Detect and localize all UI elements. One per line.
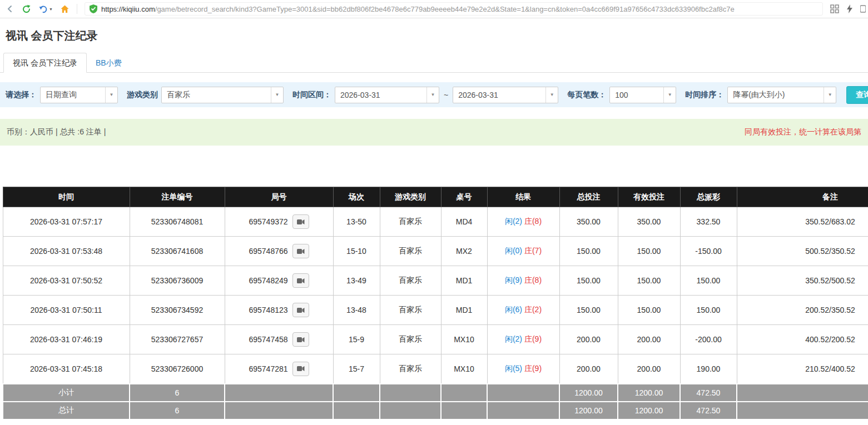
cell-bet-id: 523306727657 <box>130 325 225 354</box>
query-type-select[interactable]: 日期查询 ▼ <box>40 87 118 103</box>
game-type-label: 游戏类别 <box>127 90 158 100</box>
video-camera-icon <box>297 219 305 225</box>
cell-game-type: 百家乐 <box>380 207 441 237</box>
round-group: 695748249 <box>227 273 331 288</box>
shield-icon <box>90 4 97 13</box>
cell-round: 695748766 <box>225 237 333 266</box>
home-icon[interactable] <box>60 4 70 14</box>
video-replay-button[interactable] <box>292 303 309 317</box>
cell-result: 闲(5) 庄(9) <box>487 354 559 384</box>
summary-payout: 472.50 <box>680 384 737 402</box>
query-type-label: 请选择： <box>6 90 37 100</box>
page-size-select[interactable]: 100 ▼ <box>609 87 676 103</box>
cell-game-type: 百家乐 <box>380 354 441 384</box>
undo-icon[interactable]: ▼ <box>38 4 53 14</box>
cell-game-type: 百家乐 <box>380 296 441 325</box>
cell-payout: 332.50 <box>680 207 737 237</box>
summary-valid-bet: 1200.00 <box>618 402 680 419</box>
cell-total-bet: 200.00 <box>559 325 618 354</box>
table-row: 2026-03-31 07:50:11523306734592695748123… <box>3 296 868 325</box>
tab-bet-records[interactable]: 视讯 会员下注纪录 <box>3 53 87 73</box>
lightning-icon[interactable] <box>846 4 853 13</box>
back-icon[interactable] <box>6 4 14 13</box>
chevron-down-icon[interactable]: ▼ <box>663 87 676 103</box>
column-header-game-type: 游戏类别 <box>380 187 441 207</box>
chevron-down-icon[interactable]: ▼ <box>105 87 117 103</box>
tab-bb-tips[interactable]: BB小费 <box>87 53 131 72</box>
column-header-note: 备注 <box>737 187 868 207</box>
undo-dropdown-caret[interactable]: ▼ <box>49 7 53 11</box>
url-domain: https://kiqiiu.com <box>101 5 155 13</box>
chevron-down-icon[interactable]: ▼ <box>426 87 439 103</box>
game-type-value: 百家乐 <box>162 90 271 100</box>
player-result: 闲(9) <box>505 276 522 284</box>
game-type-select[interactable]: 百家乐 ▼ <box>161 87 284 103</box>
video-replay-button[interactable] <box>292 362 309 376</box>
cell-game-type: 百家乐 <box>380 237 441 266</box>
chevron-down-icon[interactable]: ▼ <box>545 87 558 103</box>
valid-bet-notice: 同局有效投注，统一计算在该局第 <box>745 127 861 137</box>
cell-time: 2026-03-31 07:45:18 <box>3 354 130 384</box>
column-header-result: 结果 <box>487 187 559 207</box>
video-replay-button[interactable] <box>292 244 309 258</box>
banker-result: 庄(2) <box>524 305 542 314</box>
summary-payout: 472.50 <box>680 402 737 419</box>
player-result: 闲(2) <box>505 334 522 343</box>
banker-result: 庄(9) <box>524 364 542 373</box>
cell-time: 2026-03-31 07:50:11 <box>3 296 130 325</box>
summary-empty-cell <box>225 402 333 419</box>
column-header-round: 局号 <box>225 187 333 207</box>
date-to-input[interactable]: 2026-03-31 ▼ <box>453 87 558 103</box>
round-number: 695748766 <box>249 247 287 256</box>
url-text: https://kiqiiu.com/game/betrecord_search… <box>101 5 735 13</box>
summary-empty-cell <box>487 402 559 419</box>
chevron-down-icon[interactable]: ▼ <box>824 87 836 103</box>
summary-valid-bet: 1200.00 <box>618 384 680 402</box>
cell-session: 13-50 <box>333 207 380 237</box>
cell-bet-id: 523306748081 <box>130 207 225 237</box>
summary-empty-cell <box>737 402 868 419</box>
summary-empty-cell <box>333 384 380 402</box>
summary-bar: 币别：人民币 | 总共 :6 注单 | 同局有效投注，统一计算在该局第 <box>0 119 868 146</box>
cell-round: 695748123 <box>225 296 333 325</box>
clipped-icon[interactable] <box>860 4 866 13</box>
cell-payout: 190.00 <box>680 354 737 384</box>
cell-payout: -150.00 <box>680 237 737 266</box>
player-result: 闲(2) <box>505 217 522 226</box>
cell-total-bet: 150.00 <box>559 296 618 325</box>
apps-grid-icon[interactable] <box>830 4 839 13</box>
round-group: 695748123 <box>227 303 331 317</box>
sort-order-select[interactable]: 降幂(由大到小) ▼ <box>727 87 836 103</box>
cell-table-no: MX2 <box>441 237 487 266</box>
search-button[interactable]: 查询 <box>846 86 868 104</box>
toolbar-divider <box>77 4 77 14</box>
video-camera-icon <box>297 307 305 313</box>
cell-total-bet: 200.00 <box>559 354 618 384</box>
url-path: /game/betrecord_search/kind3?GameType=30… <box>155 5 735 13</box>
sort-order-label: 时间排序： <box>685 90 724 100</box>
page-size-label: 每页笔数： <box>567 90 606 100</box>
refresh-icon[interactable] <box>22 4 31 14</box>
cell-note: 500.52/350.52 <box>737 237 868 266</box>
cell-payout: 150.00 <box>680 296 737 325</box>
date-from-input[interactable]: 2026-03-31 ▼ <box>335 87 439 103</box>
table-row: 2026-03-31 07:53:48523306741608695748766… <box>3 237 868 266</box>
video-replay-button[interactable] <box>292 214 309 229</box>
round-number: 695748123 <box>249 306 287 314</box>
table-row: 2026-03-31 07:45:18523306726000695747281… <box>3 354 868 384</box>
cell-session: 13-49 <box>333 266 380 296</box>
summary-label: 小计 <box>3 384 130 402</box>
chevron-down-icon[interactable]: ▼ <box>271 87 283 103</box>
cell-result: 闲(0) 庄(7) <box>487 237 559 266</box>
cell-result: 闲(2) 庄(9) <box>487 325 559 354</box>
currency-summary: 币别：人民币 | 总共 :6 注单 | <box>7 127 106 137</box>
video-replay-button[interactable] <box>292 332 309 347</box>
column-header-total-bet: 总投注 <box>559 187 618 207</box>
address-bar[interactable]: https://kiqiiu.com/game/betrecord_search… <box>85 2 823 16</box>
cell-session: 15-9 <box>333 325 380 354</box>
time-range-label: 时间区间： <box>292 90 331 100</box>
video-replay-button[interactable] <box>292 273 309 288</box>
column-header-table-no: 桌号 <box>441 187 487 207</box>
cell-table-no: MX10 <box>441 325 487 354</box>
cell-valid-bet: 150.00 <box>618 237 680 266</box>
